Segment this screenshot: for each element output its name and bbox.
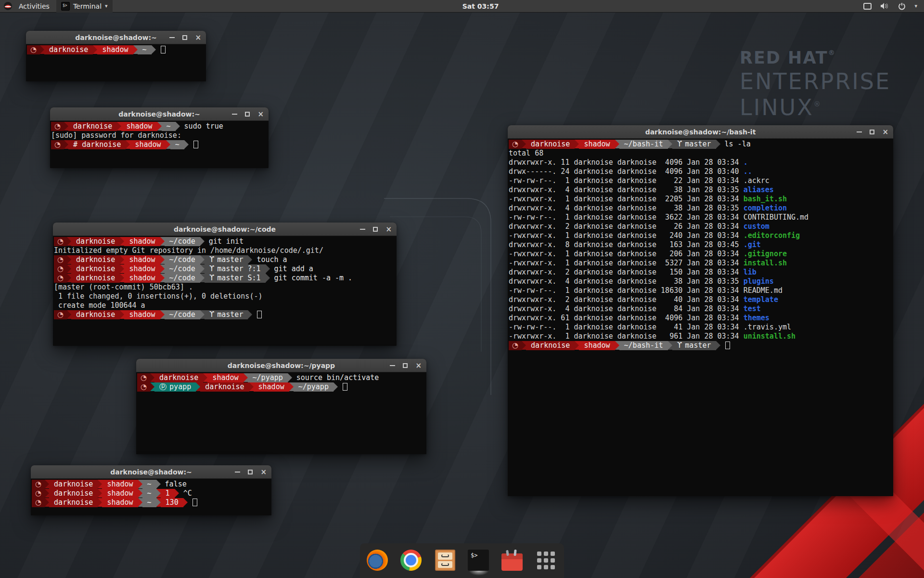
ls-row-filename: custom (744, 222, 770, 231)
terminal-cursor[interactable] (257, 311, 262, 318)
terminal-content[interactable]: ◔darknoiseshadow~/bash-itϒmasterls -lato… (508, 139, 893, 496)
minimize-button[interactable] (360, 229, 365, 230)
redhat-prompt-icon: ◔ (141, 373, 147, 382)
firefox-dock-icon[interactable] (367, 550, 389, 572)
rhel-logo-line3: LINUX® (740, 94, 891, 120)
terminal-cursor[interactable] (161, 46, 166, 53)
prompt-segment-git: ϒmaster (672, 341, 716, 350)
prompt-segment-path: ~/code (165, 255, 200, 264)
app-grid-icon (535, 550, 556, 571)
prompt-segment-host: shadow (102, 489, 138, 498)
command-text: ls -la (725, 140, 751, 149)
window-titlebar[interactable]: darknoise@shadow:~× (31, 465, 271, 479)
terminal-dock-icon-active[interactable]: $> (468, 550, 490, 572)
powerline-separator-icon (67, 264, 71, 273)
activities-button[interactable]: Activities (16, 2, 52, 10)
window-titlebar[interactable]: darknoise@shadow:~× (50, 107, 269, 121)
window-titlebar[interactable]: darknoise@shadow:~/code× (53, 223, 397, 236)
terminal-content[interactable]: ◔darknoiseshadow~/codegit initInitialize… (53, 236, 397, 346)
chrome-dock-icon[interactable] (400, 550, 423, 572)
window-controls: × (235, 465, 267, 479)
prompt-segment-icon: ◔ (509, 341, 522, 350)
close-button[interactable]: × (415, 362, 422, 369)
prompt-segment-icon: ◔ (509, 140, 522, 149)
ls-row-meta: -rwxrwxr-x. 1 darknoise darknoise 2205 J… (509, 195, 744, 203)
terminal-content[interactable]: ◔darknoiseshadow~/pyappsource bin/activa… (136, 372, 426, 454)
close-button[interactable]: × (882, 129, 888, 136)
ls-row: drwxrwxr-x. 4 darknoise darknoise 38 Jan… (509, 185, 893, 195)
firefox-icon (367, 550, 388, 571)
terminal-cursor[interactable] (193, 141, 198, 148)
redhat-prompt-icon: ◔ (57, 255, 64, 264)
minimize-button[interactable] (235, 472, 240, 473)
clock[interactable]: Sat 03:57 (462, 2, 499, 10)
window-title: darknoise@shadow:~/code (174, 225, 276, 233)
terminal-cursor[interactable] (192, 499, 197, 506)
close-button[interactable]: × (385, 226, 392, 233)
terminal-prompt-line: ◔ⓟpyappdarknoiseshadow~/pyapp (137, 382, 426, 392)
maximize-button[interactable] (182, 35, 187, 40)
close-button[interactable]: × (195, 34, 201, 41)
window-titlebar[interactable]: darknoise@shadow:~× (26, 31, 206, 44)
app-grid-dock-icon[interactable] (535, 550, 557, 572)
display-icon[interactable] (863, 3, 872, 10)
prompt-segment-icon: ◔ (32, 480, 45, 489)
powerline-separator-icon (126, 140, 130, 149)
prompt-segment-host: shadow (124, 310, 160, 319)
ls-row-filename: aliases (744, 185, 774, 194)
ls-row-filename: . (744, 158, 748, 167)
powerline-separator-icon (200, 274, 205, 282)
prompt-segment-user: darknoise (71, 274, 120, 283)
redhat-prompt-icon: ◔ (54, 140, 61, 149)
powerline-separator-icon (138, 489, 142, 498)
ls-row-filename: .gitignore (744, 250, 787, 258)
terminal-prompt-line: ◔darknoiseshadow~/codeϒmastertouch a (54, 255, 397, 264)
prompt-segment-err: 130 (161, 498, 183, 507)
prompt-segment-user: darknoise (49, 498, 98, 507)
redhat-menu-icon[interactable] (4, 2, 12, 10)
rhel-wallpaper-logo: RED HAT® ENTERPRISE LINUX® (740, 48, 891, 120)
maximize-button[interactable] (403, 363, 408, 368)
prompt-segment-host: shadow (579, 341, 615, 350)
minimize-button[interactable] (232, 114, 237, 115)
redhat-prompt-icon: ◔ (54, 122, 61, 131)
prompt-segment-user: darknoise (71, 255, 120, 264)
window-titlebar[interactable]: darknoise@shadow:~/bash-it× (508, 125, 893, 139)
powerline-separator-icon (67, 237, 71, 246)
prompt-segment-icon: ◔ (137, 373, 150, 382)
minimize-button[interactable] (169, 37, 175, 38)
prompt-segment-host: shadow (121, 122, 157, 131)
terminal-output-line: 1 file changed, 0 insertions(+), 0 delet… (54, 292, 397, 301)
powerline-separator-icon (615, 341, 619, 350)
power-icon[interactable] (898, 2, 906, 10)
powerline-separator-icon (98, 498, 102, 507)
app-menu-terminal[interactable]: $> Terminal ▾ (56, 0, 113, 13)
volume-icon[interactable] (880, 2, 889, 10)
maximize-button[interactable] (373, 227, 378, 232)
terminal-content[interactable]: ◔darknoiseshadow~sudo true[sudo] passwor… (50, 121, 269, 168)
powerline-separator-icon (200, 310, 205, 319)
prompt-segment-path: ~ (162, 122, 176, 131)
prompt-segment-user: darknoise (49, 489, 98, 498)
terminal-prompt-line: ◔darknoiseshadow~/codeϒmaster S:1git com… (54, 274, 397, 283)
status-caret-icon[interactable]: ▾ (914, 3, 917, 9)
toolbox-dock-icon[interactable] (501, 550, 524, 572)
prompt-segment-icon: ◔ (54, 274, 67, 283)
close-button[interactable]: × (257, 111, 264, 118)
terminal-content[interactable]: ◔darknoiseshadow~ (26, 44, 206, 81)
minimize-button[interactable] (390, 365, 395, 366)
window-titlebar[interactable]: darknoise@shadow:~/pyapp× (136, 359, 426, 372)
maximize-button[interactable] (245, 112, 250, 117)
maximize-button[interactable] (248, 470, 253, 474)
minimize-button[interactable] (857, 131, 862, 132)
close-button[interactable]: × (260, 469, 267, 476)
ls-row-meta: drwxrwxr-x. 4 darknoise darknoise 84 Jan… (509, 304, 744, 313)
prompt-segment-icon: ◔ (32, 498, 45, 507)
terminal-cursor[interactable] (343, 383, 347, 391)
terminal-content[interactable]: ◔darknoiseshadow~false◔darknoiseshadow~1… (31, 479, 271, 515)
maximize-button[interactable] (870, 130, 874, 134)
terminal-cursor[interactable] (725, 342, 730, 349)
ls-row-meta: -rw-rw-r--. 1 darknoise darknoise 3622 J… (509, 213, 744, 222)
ls-row-meta: drwxrwxr-x. 11 darknoise darknoise 4096 … (509, 158, 744, 167)
files-dock-icon[interactable] (434, 550, 456, 572)
